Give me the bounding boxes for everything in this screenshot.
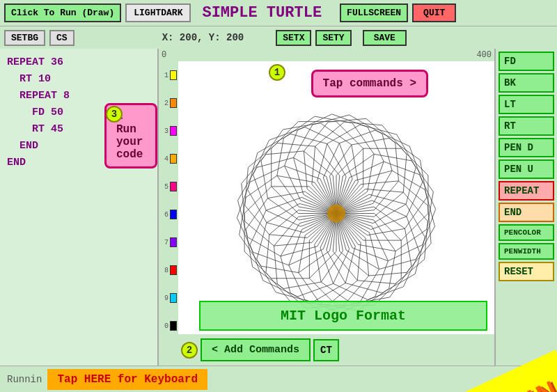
- ct-button[interactable]: CT: [313, 339, 339, 361]
- code-line-3: REPEAT 8: [7, 88, 150, 104]
- stem-fun-banner: STEM FUN: [404, 350, 557, 392]
- ruler-cell-0: 0: [159, 312, 178, 340]
- setx-button[interactable]: SETX: [276, 30, 311, 46]
- ruler-cell-8: 8: [159, 256, 178, 284]
- ruler-cell-4: 4: [159, 145, 178, 173]
- bk-button[interactable]: BK: [499, 73, 554, 93]
- ruler-left: 1 2 3 4 5: [159, 61, 178, 366]
- tap-keyboard-button[interactable]: Tap HERE for Keyboard: [47, 369, 207, 390]
- ruler-cell-6: 6: [159, 201, 178, 228]
- color-swatch-7: [170, 237, 177, 247]
- ruler-top: 0 400: [159, 49, 494, 61]
- color-swatch-4: [170, 154, 177, 164]
- color-swatch-3: [170, 126, 177, 136]
- color-swatch-6: [170, 210, 177, 219]
- app-title: SIMPLE TURTLE: [202, 4, 322, 22]
- pend-button[interactable]: PEN D: [499, 138, 554, 157]
- pencolor-button[interactable]: PENCOLOR: [499, 224, 554, 241]
- end-button[interactable]: END: [499, 203, 554, 222]
- tap-commands-bubble[interactable]: Tap commands: [311, 70, 428, 97]
- top-bar: Click To Run (Draw) LIGHTDARK SIMPLE TUR…: [0, 0, 557, 26]
- coordinates: X: 200, Y: 200: [162, 32, 244, 43]
- ruler-cell-3: 3: [159, 117, 178, 145]
- ruler-cell-9: 9: [159, 284, 178, 312]
- badge-3: 3: [106, 106, 123, 123]
- fullscreen-button[interactable]: FULLSCREEN: [340, 3, 408, 22]
- color-swatch-9: [170, 293, 177, 303]
- stem-fun-container: STEM FUN: [404, 301, 557, 392]
- sety-button[interactable]: SETY: [315, 30, 351, 46]
- status-text: Runnin: [7, 374, 42, 385]
- quit-button[interactable]: QUIT: [412, 3, 456, 22]
- repeat-button[interactable]: REPEAT: [499, 181, 554, 201]
- lightdark-button[interactable]: LIGHTDARK: [125, 3, 191, 22]
- fd-button[interactable]: FD: [499, 52, 554, 71]
- ruler-cell-2: 2: [159, 89, 178, 117]
- color-swatch-0: [170, 321, 177, 331]
- reset-button[interactable]: RESET: [499, 262, 554, 281]
- penu-button[interactable]: PEN U: [499, 159, 554, 179]
- rt-button[interactable]: RT: [499, 116, 554, 136]
- center-dot: [327, 204, 345, 222]
- stem-fun-text: STEM FUN: [413, 374, 557, 392]
- add-commands-button[interactable]: < Add Commands: [201, 338, 311, 361]
- setbg-button[interactable]: SETBG: [4, 30, 45, 46]
- color-swatch-2: [170, 98, 177, 108]
- badge-2: 2: [181, 342, 198, 359]
- code-panel[interactable]: REPEAT 36 RT 10 REPEAT 8 FD 50 RT 45 END…: [0, 49, 159, 366]
- ruler-cell-5: 5: [159, 173, 178, 201]
- lt-button[interactable]: LT: [499, 95, 554, 114]
- color-swatch-8: [170, 265, 177, 275]
- cs-button[interactable]: CS: [49, 30, 74, 46]
- color-swatch-5: [170, 182, 177, 191]
- code-line-2: RT 10: [7, 71, 150, 88]
- ruler-cell-7: 7: [159, 228, 178, 256]
- run-button[interactable]: Click To Run (Draw): [4, 3, 121, 22]
- penwidth-button[interactable]: PENWIDTH: [499, 243, 554, 260]
- second-bar: SETBG CS X: 200, Y: 200 SETX SETY SAVE: [0, 26, 557, 49]
- badge-1: 1: [269, 64, 285, 81]
- color-swatch-1: [170, 70, 177, 80]
- ruler-top-right: 400: [476, 49, 492, 61]
- ruler-cell-1: 1: [159, 61, 178, 89]
- ruler-top-left: 0: [162, 49, 166, 61]
- save-button[interactable]: SAVE: [363, 30, 407, 46]
- code-line-1: REPEAT 36: [7, 54, 150, 71]
